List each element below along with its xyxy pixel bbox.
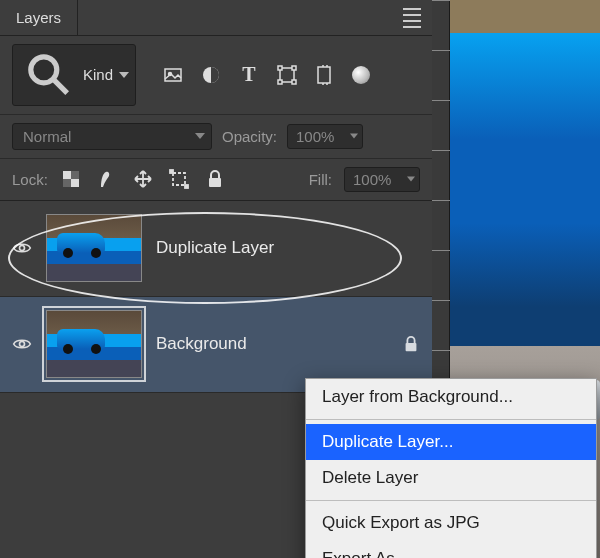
chevron-down-icon xyxy=(407,177,415,182)
blend-row: Normal Opacity: 100% xyxy=(0,115,432,159)
lock-transparency-icon[interactable] xyxy=(60,168,82,190)
opacity-input[interactable]: 100% xyxy=(287,124,363,149)
filter-adjust-icon[interactable] xyxy=(200,64,222,86)
svg-rect-16 xyxy=(170,170,173,173)
svg-rect-8 xyxy=(278,80,282,84)
lock-label: Lock: xyxy=(12,171,48,188)
menu-item-export-as[interactable]: Export As... xyxy=(306,541,596,558)
menu-separator xyxy=(306,500,596,501)
svg-point-19 xyxy=(20,246,25,251)
lock-pixels-icon[interactable] xyxy=(96,168,118,190)
svg-rect-17 xyxy=(185,185,188,188)
opacity-label[interactable]: Opacity: xyxy=(222,128,277,145)
blend-mode-dropdown[interactable]: Normal xyxy=(12,123,212,150)
filter-shape-icon[interactable] xyxy=(276,64,298,86)
filter-kind-label: Kind xyxy=(83,66,113,83)
fill-label[interactable]: Fill: xyxy=(309,171,332,188)
lock-icons xyxy=(60,168,226,190)
panel-menu-button[interactable] xyxy=(392,0,432,35)
filter-pixel-icon[interactable] xyxy=(162,64,184,86)
layer-thumbnail[interactable] xyxy=(46,214,142,282)
filter-smart-icon[interactable] xyxy=(314,64,336,86)
svg-rect-12 xyxy=(71,179,79,187)
svg-point-0 xyxy=(31,57,57,83)
layer-name[interactable]: Background xyxy=(156,334,247,354)
blend-mode-label: Normal xyxy=(23,128,71,145)
lock-icon xyxy=(402,335,420,353)
menu-separator xyxy=(306,419,596,420)
svg-rect-9 xyxy=(292,80,296,84)
svg-rect-10 xyxy=(318,67,330,83)
svg-point-20 xyxy=(20,342,25,347)
layers-list: Duplicate Layer Background xyxy=(0,201,432,393)
tab-label: Layers xyxy=(16,9,61,26)
svg-rect-13 xyxy=(71,171,79,179)
visibility-eye-icon[interactable] xyxy=(12,334,32,354)
filter-type-icons: T xyxy=(162,64,336,86)
chevron-down-icon xyxy=(195,133,205,139)
svg-rect-7 xyxy=(292,66,296,70)
svg-rect-14 xyxy=(63,179,71,187)
search-icon xyxy=(23,49,75,101)
svg-line-1 xyxy=(54,80,67,93)
svg-rect-15 xyxy=(173,173,185,185)
filter-kind-dropdown[interactable]: Kind xyxy=(12,44,136,106)
svg-rect-6 xyxy=(278,66,282,70)
layer-context-menu: Layer from Background... Duplicate Layer… xyxy=(305,378,597,558)
panel-tab-bar: Layers xyxy=(0,0,432,36)
layer-thumbnail[interactable] xyxy=(46,310,142,378)
filter-row: Kind T xyxy=(0,36,432,115)
menu-item-duplicate-layer[interactable]: Duplicate Layer... xyxy=(306,424,596,460)
lock-artboard-icon[interactable] xyxy=(168,168,190,190)
filter-toggle-dot[interactable] xyxy=(352,66,370,84)
fill-value: 100% xyxy=(353,171,391,188)
chevron-down-icon xyxy=(119,72,129,78)
menu-item-quick-export[interactable]: Quick Export as JPG xyxy=(306,505,596,541)
opacity-value: 100% xyxy=(296,128,334,145)
filter-type-icon[interactable]: T xyxy=(238,64,260,86)
svg-rect-21 xyxy=(406,344,417,352)
tab-layers[interactable]: Layers xyxy=(0,0,78,35)
lock-row: Lock: Fill: 100% xyxy=(0,159,432,201)
lock-all-icon[interactable] xyxy=(204,168,226,190)
menu-item-layer-from-background[interactable]: Layer from Background... xyxy=(306,379,596,415)
svg-rect-18 xyxy=(209,178,221,187)
lock-position-icon[interactable] xyxy=(132,168,154,190)
layer-row[interactable]: Duplicate Layer xyxy=(0,201,432,297)
menu-item-delete-layer[interactable]: Delete Layer xyxy=(306,460,596,496)
chevron-down-icon xyxy=(350,134,358,139)
svg-rect-11 xyxy=(63,171,71,179)
fill-input[interactable]: 100% xyxy=(344,167,420,192)
layer-name[interactable]: Duplicate Layer xyxy=(156,238,274,258)
visibility-eye-icon[interactable] xyxy=(12,238,32,258)
